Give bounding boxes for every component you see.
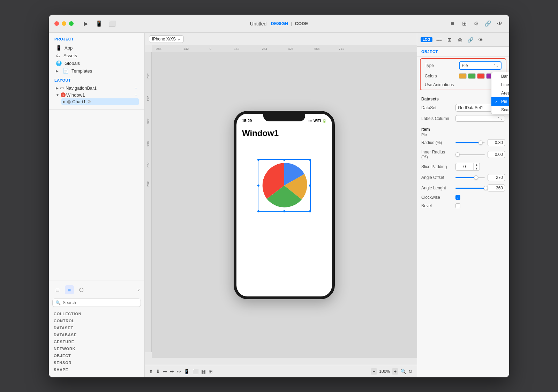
category-database[interactable]: DATABASE	[49, 331, 144, 338]
angle-length-input[interactable]	[488, 184, 505, 191]
selection-handle-mr[interactable]	[309, 184, 311, 187]
distribute-h-icon[interactable]: ⇔	[177, 369, 181, 374]
angle-length-slider[interactable]	[455, 188, 485, 189]
search-canvas-icon[interactable]: 🔍	[400, 369, 406, 374]
align-bottom-icon[interactable]: ⬇	[156, 369, 160, 374]
tree-item-navgbar[interactable]: ▶ ▭ NavigationBar1 +	[54, 84, 139, 91]
type-label: Type	[425, 63, 456, 68]
selection-handle-tr[interactable]	[309, 159, 311, 161]
list-view-icon[interactable]: ≡≡	[435, 36, 443, 44]
panel-tab-list[interactable]: ≡	[65, 285, 74, 294]
align-left-icon[interactable]: ⬅	[163, 369, 167, 374]
inner-radius-label: Inner Radius (%)	[421, 150, 453, 159]
grid-icon[interactable]: ⊞	[460, 20, 468, 28]
selection-handle-br[interactable]	[309, 210, 311, 212]
window1-add[interactable]: +	[135, 92, 137, 98]
category-sensor[interactable]: SENSOR	[49, 359, 144, 366]
dropdown-item-scatter[interactable]: Scatter	[491, 106, 509, 114]
tree-item-window1[interactable]: ▼ 1 Window1 +	[54, 91, 139, 98]
dropdown-item-pie[interactable]: ✓ Pie	[491, 97, 509, 106]
inner-radius-input[interactable]	[488, 151, 505, 158]
category-network[interactable]: NETWORK	[49, 345, 144, 352]
sidebar-item-assets[interactable]: 🗂 Assets	[54, 52, 139, 59]
radius-thumb[interactable]	[478, 141, 483, 145]
list-icon[interactable]: ≡	[448, 20, 456, 28]
navbar-add[interactable]: +	[135, 85, 137, 91]
link-icon[interactable]: 🔗	[484, 20, 492, 28]
panel-tab-view[interactable]: □	[53, 285, 62, 294]
sidebar-item-templates[interactable]: ▶ 📄 Templates	[54, 67, 139, 75]
type-select[interactable]: Pie ⌃⌄ Bar Line	[459, 61, 502, 70]
align-right-icon[interactable]: ➡	[170, 369, 174, 374]
sidebar-item-app[interactable]: 📱 App	[54, 44, 139, 52]
radius-slider[interactable]	[455, 142, 485, 143]
table-icon[interactable]: ⊞	[209, 369, 213, 374]
dropdown-item-bar[interactable]: Bar	[491, 72, 509, 81]
radius-input[interactable]	[488, 139, 505, 146]
preview-icon[interactable]: 👁	[477, 36, 485, 44]
slice-padding-value: 0	[456, 164, 473, 170]
dropdown-item-line[interactable]: Line	[491, 81, 509, 89]
labels-column-select[interactable]: ⌃⌄	[455, 115, 505, 122]
tree-item-chart1[interactable]: ▶ ◎ Chart1 ⚙	[61, 98, 139, 105]
slice-padding-down[interactable]: ▼	[474, 167, 480, 170]
settings-icon[interactable]: ⚙	[472, 20, 480, 28]
angle-offset-input[interactable]	[488, 174, 505, 181]
align-top-icon[interactable]: ⬆	[149, 369, 153, 374]
code-tab[interactable]: CODE	[295, 21, 308, 26]
rotate-icon[interactable]: ↻	[408, 369, 413, 374]
clockwise-checkbox[interactable]	[455, 195, 460, 200]
stack-icon[interactable]: ▦	[201, 369, 206, 374]
category-control[interactable]: CONTROL	[49, 317, 144, 324]
category-shape[interactable]: SHAPE	[49, 366, 144, 373]
category-gesture[interactable]: GESTURE	[49, 338, 144, 345]
inner-radius-thumb[interactable]	[455, 152, 460, 157]
minimize-button[interactable]	[62, 21, 66, 26]
canvas-content[interactable]: 15:29 ▪▪▪ WiFi 🔋 Window1	[152, 52, 417, 358]
bevel-checkbox[interactable]	[455, 203, 460, 208]
angle-offset-slider[interactable]	[455, 177, 485, 178]
ruler-left: 142 284 426 568 710 852	[145, 52, 152, 352]
device-icon-2[interactable]: 📱	[184, 369, 190, 374]
selection-handle-tl[interactable]	[257, 159, 259, 161]
inner-radius-slider[interactable]	[455, 154, 485, 155]
color-swatch-2[interactable]	[468, 73, 476, 79]
design-code-toggle: DESIGN | CODE	[271, 21, 308, 26]
panel-tab-grid[interactable]: ⬡	[77, 285, 86, 294]
angle-length-thumb[interactable]	[484, 186, 488, 190]
angle-offset-thumb[interactable]	[474, 175, 478, 180]
slice-padding-up[interactable]: ▲	[474, 163, 480, 167]
category-object[interactable]: OBJECT	[49, 352, 144, 359]
chain-icon[interactable]: 🔗	[467, 36, 474, 44]
log-button[interactable]: LOG	[421, 37, 432, 42]
selection-handle-bl[interactable]	[257, 210, 259, 212]
canvas-bottom-toolbar: ⬆ ⬇ ⬅ ➡ ⇔ 📱 ⬜ ▦ ⊞ − 100% + 🔍 ↻	[145, 365, 417, 377]
design-tab[interactable]: DESIGN	[271, 21, 288, 26]
layout-icon[interactable]: ⬜	[108, 20, 116, 28]
color-swatch-3[interactable]	[477, 73, 485, 79]
zoom-out-button[interactable]: −	[371, 368, 377, 375]
chart1-settings[interactable]: ⚙	[87, 99, 91, 104]
selection-handle-tm[interactable]	[283, 159, 285, 161]
device-icon[interactable]: 📱	[95, 20, 103, 28]
frame-icon[interactable]: ⬜	[193, 369, 198, 374]
close-button[interactable]	[54, 21, 59, 26]
category-collection[interactable]: COLLECTION	[49, 310, 144, 317]
slice-padding-stepper[interactable]: 0 ▲ ▼	[455, 163, 480, 171]
category-dataset[interactable]: DATASET	[49, 324, 144, 331]
eye-icon[interactable]: 👁	[496, 20, 504, 28]
play-button[interactable]: ▶	[82, 20, 90, 28]
device-selector[interactable]: iPhone X/XS ⌄	[149, 35, 184, 43]
zoom-in-button[interactable]: +	[392, 368, 398, 375]
panel-collapse-arrow[interactable]: ∨	[137, 287, 140, 292]
pie-chart-container[interactable]	[242, 159, 326, 212]
grid-view-icon[interactable]: ⊞	[446, 36, 453, 44]
search-input[interactable]	[63, 300, 138, 305]
selection-handle-bm[interactable]	[283, 210, 285, 212]
selection-handle-ml[interactable]	[257, 184, 259, 187]
target-icon[interactable]: ◎	[456, 36, 464, 44]
maximize-button[interactable]	[69, 21, 74, 26]
color-swatch-1[interactable]	[459, 73, 467, 79]
sidebar-item-globals[interactable]: 🌐 Globals	[54, 59, 139, 67]
dropdown-item-area[interactable]: Area	[491, 89, 509, 97]
